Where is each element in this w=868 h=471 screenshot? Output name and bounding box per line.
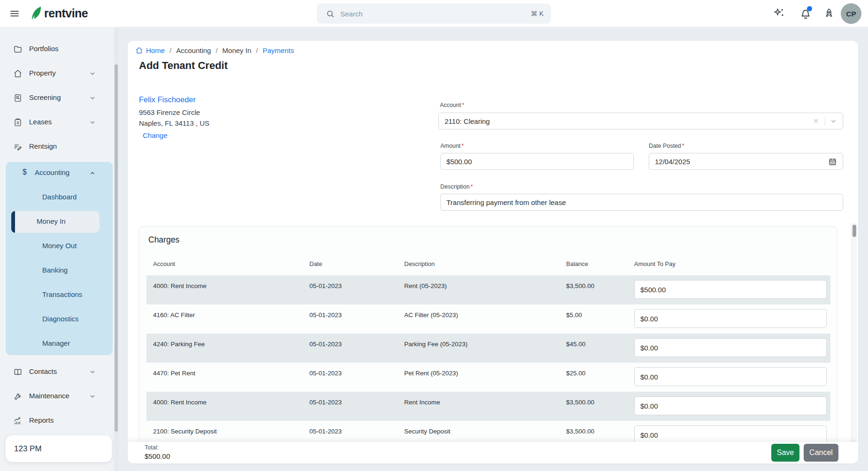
main-content-card: Home / Accounting / Money In / Payments … (128, 41, 858, 463)
home-icon (135, 46, 143, 54)
sidebar-item-maintenance[interactable]: Maintenance (0, 384, 115, 409)
charge-description: Parking Fee (05-2023) (404, 341, 468, 348)
column-header-date: Date (309, 260, 322, 267)
amount-input[interactable] (441, 153, 633, 169)
save-button[interactable]: Save (771, 444, 799, 462)
clock-widget[interactable]: 123 PM (6, 435, 112, 462)
search-icon (326, 9, 335, 18)
amount-to-pay-field (634, 338, 827, 357)
sidebar-scrollbar (114, 27, 118, 471)
amount-to-pay-input[interactable] (635, 397, 826, 415)
charge-balance: $3,500.00 (566, 428, 594, 435)
tenant-info: Felix Fischoeder 9563 Firenze Circle Nap… (139, 95, 209, 139)
column-header-amount-to-pay: Amount To Pay (634, 260, 676, 267)
amount-to-pay-input[interactable] (635, 368, 826, 386)
sidebar-item-diagnostics[interactable]: Diagnostics (6, 307, 120, 332)
amount-to-pay-input[interactable] (635, 339, 826, 357)
sidebar-item-label: Money Out (42, 242, 77, 250)
rocket-icon[interactable] (822, 7, 836, 20)
sidebar-item-label: Reports (29, 416, 54, 424)
charge-date: 05-01-2023 (309, 341, 342, 348)
ai-sparkles-icon[interactable] (773, 7, 786, 20)
content-scrollbar (851, 223, 857, 442)
chevron-down-icon (89, 70, 96, 77)
clear-selection-icon[interactable] (813, 118, 819, 124)
charge-account: 4240: Parking Fee (153, 341, 205, 348)
description-input[interactable] (441, 194, 843, 210)
rentvine-logo[interactable]: rentvine (30, 6, 88, 21)
tenant-address-line2: Naples, FL 34113 , US (139, 118, 209, 129)
sidebar-item-manager[interactable]: Manager (6, 332, 120, 356)
amount-to-pay-field (634, 396, 827, 415)
calendar-icon[interactable] (828, 157, 837, 166)
sidebar-item-label: Rentsign (29, 142, 57, 150)
sidebar-item-contacts[interactable]: Contacts (0, 360, 115, 384)
global-search[interactable]: ⌘ K (317, 4, 551, 23)
content-scrollbar-thumb[interactable] (853, 225, 856, 237)
tenant-name-link[interactable]: Felix Fischoeder (139, 95, 209, 104)
sidebar-item-money-out[interactable]: Money Out (6, 234, 120, 258)
sidebar-item-accounting[interactable]: $ Accounting (6, 161, 120, 185)
folder-icon (13, 45, 23, 54)
select-chevron-down-icon[interactable] (830, 118, 837, 125)
avatar-initials: CP (846, 10, 856, 18)
form-footer: Total: $500.00 Save Cancel (128, 442, 858, 463)
date-posted-field (649, 153, 843, 170)
search-input[interactable] (340, 10, 531, 18)
amount-to-pay-input[interactable] (635, 426, 826, 444)
charge-balance: $5.00 (566, 311, 582, 319)
sidebar-item-money-in-active[interactable]: Money In (11, 211, 100, 233)
charge-row: 4000: Rent Income 05-01-2023 Rent (05-20… (146, 275, 830, 304)
chevron-down-icon (89, 119, 96, 126)
charge-date: 05-01-2023 (309, 311, 342, 319)
sidebar-item-leases[interactable]: Leases (0, 110, 115, 135)
chevron-down-icon (89, 369, 96, 375)
sidebar-item-portfolios[interactable]: Portfolios (0, 37, 115, 61)
house-icon (13, 69, 23, 78)
amount-to-pay-field (634, 367, 827, 386)
breadcrumb-separator: / (215, 46, 217, 54)
charge-account: 4000: Rent Income (153, 282, 207, 289)
sidebar-item-rentsign[interactable]: Rentsign (0, 135, 115, 159)
charge-date: 05-01-2023 (309, 399, 342, 406)
charge-description: Rent Income (404, 399, 440, 406)
sidebar-item-label: Accounting (35, 168, 69, 176)
sidebar-item-reports[interactable]: Reports (0, 409, 115, 433)
sidebar-item-label: Manager (42, 339, 70, 347)
total-value: $500.00 (145, 452, 170, 460)
cancel-button[interactable]: Cancel (804, 444, 838, 462)
active-indicator-bar (11, 211, 15, 233)
amount-to-pay-field (634, 309, 827, 328)
breadcrumb-home-link[interactable]: Home (135, 46, 165, 54)
date-posted-input[interactable] (649, 153, 828, 169)
charge-date: 05-01-2023 (309, 428, 342, 435)
column-header-balance: Balance (566, 260, 588, 267)
breadcrumb: Home / Accounting / Money In / Payments (135, 46, 294, 54)
sidebar-item-banking[interactable]: Banking (6, 258, 120, 283)
amount-to-pay-input[interactable] (635, 281, 826, 298)
sidebar-item-screening[interactable]: Screening (0, 86, 115, 110)
page-title: Add Tenant Credit (139, 60, 228, 72)
notifications-bell-icon[interactable] (799, 7, 812, 20)
accounting-section: $ Accounting Dashboard Money In Money Ou… (6, 162, 113, 355)
required-asterisk: * (461, 143, 464, 149)
tenant-change-link[interactable]: Change (143, 131, 209, 139)
user-avatar[interactable]: CP (841, 3, 861, 24)
notification-dot (807, 6, 812, 11)
sidebar-item-transactions[interactable]: Transactions (6, 283, 120, 307)
sidebar-scrollbar-thumb[interactable] (115, 64, 118, 432)
sidebar-item-dashboard[interactable]: Dashboard (6, 185, 120, 210)
charge-description: Rent (05-2023) (404, 282, 447, 289)
charge-row: 4240: Parking Fee 05-01-2023 Parking Fee… (146, 334, 830, 363)
book-icon (13, 367, 23, 377)
charge-balance: $25.00 (566, 370, 585, 377)
column-header-description: Description (404, 260, 435, 267)
breadcrumb-payments-link[interactable]: Payments (262, 46, 294, 54)
chart-icon (13, 416, 23, 425)
hamburger-menu-icon[interactable] (8, 8, 21, 19)
account-select[interactable]: 2110: Clearing (438, 113, 843, 129)
sidebar-item-label: Property (29, 69, 56, 77)
sidebar-item-property[interactable]: Property (0, 61, 115, 86)
amount-to-pay-input[interactable] (635, 310, 826, 327)
description-label-text: Description (440, 183, 470, 190)
